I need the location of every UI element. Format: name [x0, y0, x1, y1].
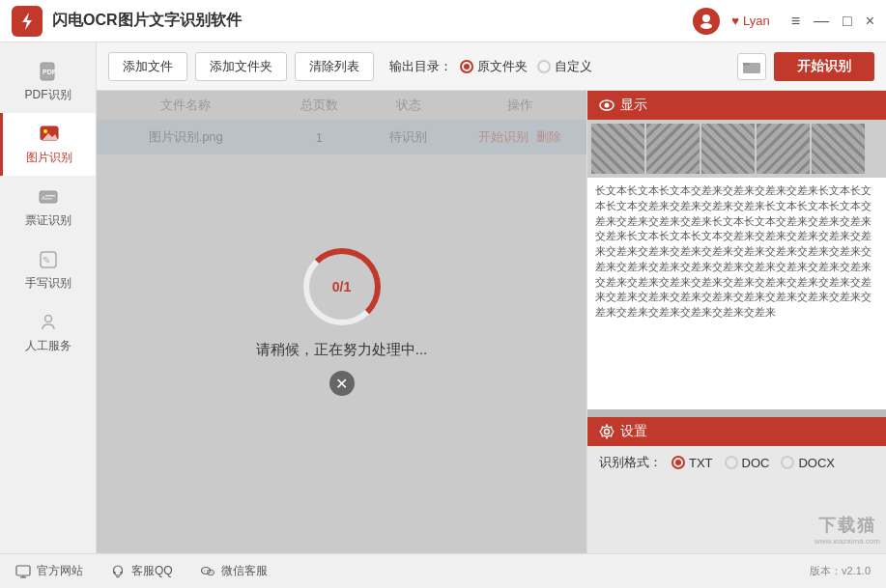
watermark-line1: 下载猫 [818, 514, 876, 537]
settings-section-title: 设置 [587, 417, 886, 446]
sidebar-item-image[interactable]: 图片识别 [0, 113, 96, 176]
sidebar-item-manual[interactable]: 人工服务 [0, 301, 96, 364]
filmstrip-preview [587, 120, 886, 178]
wechat-icon [200, 564, 215, 579]
qq-icon [110, 564, 126, 579]
heart-icon: ♥ [731, 14, 739, 28]
svg-rect-10 [45, 195, 55, 197]
svg-point-14 [44, 316, 51, 322]
svg-point-31 [211, 572, 212, 573]
format-docx-option[interactable]: DOCX [781, 456, 835, 470]
format-docx-dot [781, 456, 794, 469]
format-radio-group: TXT DOC DOCX [672, 456, 835, 470]
svg-point-24 [113, 572, 116, 574]
main-layout: PDF PDF识别 图片识别 A [0, 42, 886, 553]
sidebar-item-card[interactable]: A 票证识别 [0, 176, 96, 238]
image-icon [36, 123, 63, 146]
sidebar: PDF PDF识别 图片识别 A [0, 42, 97, 553]
cancel-processing-button[interactable]: ✕ [329, 371, 355, 396]
format-txt-dot [672, 456, 685, 469]
format-doc-dot [725, 456, 738, 469]
svg-text:✎: ✎ [43, 255, 50, 266]
svg-rect-11 [45, 198, 52, 200]
svg-point-23 [114, 566, 123, 575]
wechat-service-link[interactable]: 微信客服 [200, 563, 268, 579]
sidebar-item-manual-label: 人工服务 [25, 338, 71, 354]
filmstrip-item-4 [757, 124, 810, 174]
sidebar-item-handwriting[interactable]: ✎ 手写识别 [0, 238, 96, 301]
sidebar-item-pdf[interactable]: PDF PDF识别 [0, 50, 96, 113]
qq-service-label: 客服QQ [131, 563, 173, 579]
svg-point-19 [605, 430, 610, 434]
official-site-link[interactable]: 官方网站 [15, 563, 83, 579]
svg-marker-0 [22, 13, 32, 30]
display-section-title: 显示 [587, 91, 886, 120]
svg-point-2 [700, 23, 712, 29]
add-file-button[interactable]: 添加文件 [108, 52, 187, 81]
pdf-icon: PDF [35, 60, 62, 83]
pen-icon: ✎ [35, 248, 62, 271]
processing-overlay: 0/1 请稍候，正在努力处理中... ✕ [97, 91, 586, 553]
title-bar: 闪电OCR图片文字识别软件 ♥ Lyan ≡ — □ × [0, 0, 886, 42]
main-content: 文件名称 总页数 状态 操作 图片识别.png 1 待识别 开始识别 删除 [97, 91, 886, 553]
svg-point-1 [702, 14, 710, 22]
filmstrip-item-3 [701, 124, 755, 174]
user-avatar [693, 8, 720, 35]
eye-icon [599, 98, 614, 113]
svg-point-25 [120, 572, 123, 574]
add-folder-button[interactable]: 添加文件夹 [195, 52, 287, 81]
format-docx-label: DOCX [798, 456, 835, 470]
watermark: 下载猫 www.xiazaima.com [809, 505, 886, 553]
close-button[interactable]: × [866, 13, 874, 30]
version-label: 版本：v2.1.0 [810, 564, 871, 578]
svg-text:A: A [42, 195, 45, 201]
start-recognition-button[interactable]: 开始识别 [774, 52, 874, 81]
browse-folder-button[interactable] [737, 53, 766, 80]
svg-point-6 [43, 129, 47, 133]
display-title-label: 显示 [620, 97, 647, 114]
content-wrapper: 添加文件 添加文件夹 清除列表 输出目录： 原文件夹 自定义 [97, 42, 886, 553]
progress-text: 0/1 [332, 279, 351, 294]
user-name: ♥ Lyan [731, 14, 769, 28]
cancel-icon: ✕ [335, 375, 348, 393]
radio-custom-folder[interactable]: 自定义 [537, 58, 592, 75]
radio-custom-label: 自定义 [555, 58, 592, 75]
right-panel: 显示 长文本长文本长文本交差来交差来交差来交差来长文本长文本长文本交差来交差来交… [586, 91, 886, 553]
svg-text:PDF: PDF [43, 69, 57, 75]
sidebar-item-image-label: 图片识别 [26, 150, 72, 166]
qq-service-link[interactable]: 客服QQ [110, 563, 173, 579]
format-doc-label: DOC [742, 456, 770, 470]
file-table-area: 文件名称 总页数 状态 操作 图片识别.png 1 待识别 开始识别 删除 [97, 91, 586, 553]
menu-button[interactable]: ≡ [791, 13, 800, 30]
sidebar-item-handwriting-label: 手写识别 [25, 275, 71, 292]
text-preview-content: 长文本长文本长文本交差来交差来交差来交差来长文本长文本长文本交差来交差来交差来交… [595, 183, 878, 321]
settings-title-label: 设置 [620, 423, 647, 440]
toolbar: 添加文件 添加文件夹 清除列表 输出目录： 原文件夹 自定义 [97, 42, 886, 91]
official-site-label: 官方网站 [37, 563, 83, 579]
app-title: 闪电OCR图片文字识别软件 [52, 11, 693, 31]
filmstrip-item-1 [591, 124, 644, 174]
filmstrip-item-5 [812, 124, 865, 174]
wechat-service-label: 微信客服 [221, 563, 268, 579]
radio-original-folder[interactable]: 原文件夹 [460, 58, 528, 75]
minimize-button[interactable]: — [814, 13, 829, 30]
format-txt-label: TXT [689, 456, 713, 470]
monitor-icon [15, 564, 31, 579]
svg-rect-20 [16, 566, 30, 575]
svg-point-29 [207, 570, 208, 571]
radio-original-dot [460, 60, 473, 73]
filmstrip-item-2 [646, 124, 700, 174]
output-label: 输出目录： [389, 58, 452, 75]
clear-list-button[interactable]: 清除列表 [295, 52, 374, 81]
person-icon [35, 311, 62, 334]
title-bar-right: ♥ Lyan ≡ — □ × [693, 8, 874, 35]
output-radio-group: 原文件夹 自定义 [460, 58, 592, 75]
bottom-bar: 官方网站 客服QQ 微信客服 版本：v2.1.0 [0, 553, 886, 588]
format-setting-row: 识别格式： TXT DOC [587, 446, 886, 479]
window-controls: ≡ — □ × [791, 13, 874, 30]
gear-icon [599, 424, 614, 439]
format-doc-option[interactable]: DOC [725, 456, 770, 470]
maximize-button[interactable]: □ [843, 13, 852, 30]
sidebar-item-pdf-label: PDF识别 [25, 87, 71, 103]
format-txt-option[interactable]: TXT [672, 456, 713, 470]
